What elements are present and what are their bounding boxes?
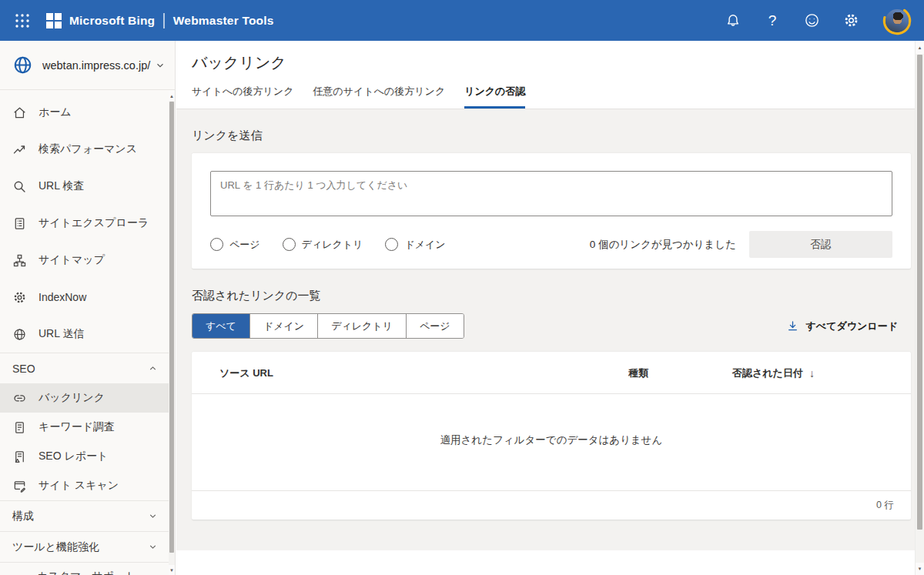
download-all-link[interactable]: すべてダウンロード [787, 319, 898, 333]
sidebar-item-keyword-research[interactable]: キーワード調査 [0, 413, 169, 442]
sidebar-item-label: 検索パフォーマンス [38, 142, 137, 156]
sidebar-item-search-performance[interactable]: 検索パフォーマンス [0, 131, 169, 168]
site-scan-icon [12, 479, 27, 493]
sort-descending-icon: ↓ [809, 367, 815, 379]
sidebar-item-site-scan[interactable]: サイト スキャン [0, 471, 169, 500]
scroll-up-arrow[interactable]: ▲ [169, 91, 175, 101]
chevron-down-icon [148, 511, 158, 521]
page-header: バックリンク サイトへの後方リンク 任意のサイトへの後方リンク リンクの否認 [176, 41, 915, 109]
site-globe-icon [12, 55, 33, 75]
sidebar-item-label: IndexNow [38, 291, 86, 303]
sidebar-item-sitemaps[interactable]: サイトマップ [0, 242, 169, 279]
sidebar-group-seo[interactable]: SEO [0, 353, 169, 383]
sidebar-scrollbar[interactable]: ▲ ▼ [169, 91, 175, 575]
report-icon [12, 450, 27, 464]
sidebar-group-label: SEO [12, 363, 35, 375]
submit-links-heading: リンクを送信 [192, 129, 910, 143]
sidebar-item-label: バックリンク [38, 391, 105, 405]
scroll-down-arrow[interactable]: ▼ [169, 565, 175, 575]
filter-directory-button[interactable]: ディレクトリ [317, 314, 406, 338]
page-title: バックリンク [192, 52, 915, 73]
sidebar-item-seo-reports[interactable]: SEO レポート [0, 442, 169, 471]
filter-all-button[interactable]: すべて [192, 314, 249, 338]
trend-icon [12, 142, 27, 157]
filter-row: すべて ドメイン ディレクトリ ページ すべてダウンロード [192, 313, 911, 339]
sidebar-item-url-inspection[interactable]: URL 検査 [0, 168, 169, 205]
sidebar-item-label: カスタマーサポート [37, 570, 136, 575]
question-mark-icon: ? [768, 12, 777, 29]
sidebar-item-label: サイト スキャン [38, 479, 119, 493]
sidebar-scrollbar-thumb[interactable] [169, 102, 174, 553]
sidebar: webtan.impress.co.jp/ ホーム [0, 41, 176, 575]
main-scrollbar-thumb[interactable] [917, 55, 922, 530]
disavow-url-textarea[interactable] [210, 171, 892, 216]
chevron-down-icon [148, 542, 158, 552]
radio-label: ページ [229, 238, 260, 252]
link-icon [12, 391, 27, 406]
topbar-actions: ? [724, 6, 912, 35]
bell-icon [725, 13, 741, 28]
download-icon [787, 320, 798, 332]
radio-circle-icon [385, 238, 398, 251]
top-bar: Microsoft Bing Webmaster Tools ? [0, 0, 924, 41]
settings-button[interactable] [842, 12, 860, 30]
tab-disavow-links[interactable]: リンクの否認 [464, 85, 525, 109]
chevron-down-icon [155, 60, 166, 71]
document-icon [12, 420, 27, 435]
sidebar-item-clipped[interactable]: カスタマーサポート [0, 562, 169, 575]
sidebar-item-label: サイトマップ [38, 253, 105, 267]
microsoft-logo-icon [46, 13, 62, 28]
main-scrollbar[interactable]: ▲ ▼ [915, 41, 924, 575]
tab-backlinks-to-site[interactable]: サイトへの後方リンク [192, 85, 293, 109]
app-launcher-button[interactable] [8, 6, 37, 35]
disavow-button[interactable]: 否認 [749, 231, 892, 258]
filter-segmented-group: すべて ドメイン ディレクトリ ページ [192, 313, 464, 339]
radio-directory[interactable]: ディレクトリ [283, 238, 363, 252]
radio-page[interactable]: ページ [210, 238, 260, 252]
site-selector[interactable]: webtan.impress.co.jp/ [0, 41, 175, 90]
site-name: webtan.impress.co.jp/ [42, 59, 155, 72]
account-avatar[interactable] [882, 6, 912, 35]
sidebar-group-configuration[interactable]: 構成 [0, 500, 169, 531]
download-all-label: すべてダウンロード [806, 319, 898, 333]
empty-state-message: 適用されたフィルターでのデータはありません [192, 394, 911, 447]
filter-domain-button[interactable]: ドメイン [249, 314, 317, 338]
submit-controls: ページ ディレクトリ ドメイン 0 個のリンクが見つかりました 否認 [210, 231, 892, 258]
sidebar-item-label: サイトエクスプローラ [38, 216, 149, 230]
links-found-count: 0 個のリンクが見つかりました [590, 238, 736, 252]
radio-label: ドメイン [404, 238, 445, 252]
home-icon [12, 105, 27, 120]
column-type: 種類 [628, 352, 648, 394]
scroll-down-arrow[interactable]: ▼ [916, 563, 924, 575]
sidebar-item-url-submission[interactable]: URL 送信 [0, 316, 169, 353]
main-content: バックリンク サイトへの後方リンク 任意のサイトへの後方リンク リンクの否認 リ… [176, 41, 915, 575]
submit-links-card: ページ ディレクトリ ドメイン 0 個のリンクが見つかりました 否認 [192, 153, 911, 269]
scroll-up-arrow[interactable]: ▲ [916, 41, 924, 54]
sidebar-item-site-explorer[interactable]: サイトエクスプローラ [0, 205, 169, 242]
brand[interactable]: Microsoft Bing Webmaster Tools [46, 13, 274, 28]
globe-icon [12, 327, 27, 342]
tab-backlinks-to-any-site[interactable]: 任意のサイトへの後方リンク [313, 85, 445, 109]
radio-label: ディレクトリ [302, 238, 363, 252]
waffle-icon [15, 13, 30, 28]
sidebar-group-label: ツールと機能強化 [12, 540, 99, 554]
sidebar-group-tools-enhancements[interactable]: ツールと機能強化 [0, 531, 169, 562]
radio-circle-icon [283, 238, 296, 251]
help-button[interactable]: ? [763, 12, 782, 30]
notifications-button[interactable] [724, 12, 742, 30]
filter-page-button[interactable]: ページ [406, 314, 464, 338]
disavowed-links-table: ソース URL 種類 否認された日付 ↓ 適用されたフィルターでのデータはありま… [192, 352, 911, 520]
brand-name: Microsoft Bing [69, 14, 155, 28]
chevron-up-icon [148, 363, 158, 373]
sidebar-item-home[interactable]: ホーム [0, 94, 169, 131]
table-footer: 0 行 [192, 490, 911, 520]
column-disavowed-date[interactable]: 否認された日付 ↓ [732, 352, 815, 394]
sidebar-item-backlinks[interactable]: バックリンク [0, 383, 169, 413]
radio-domain[interactable]: ドメイン [385, 238, 445, 252]
sidebar-nav: ホーム 検索パフォーマンス URL 検査 [0, 90, 169, 575]
radio-circle-icon [210, 238, 223, 251]
feedback-button[interactable] [802, 12, 821, 30]
sidebar-item-indexnow[interactable]: IndexNow [0, 279, 169, 316]
product-name: Webmaster Tools [173, 14, 274, 28]
site-explorer-icon [12, 216, 27, 231]
